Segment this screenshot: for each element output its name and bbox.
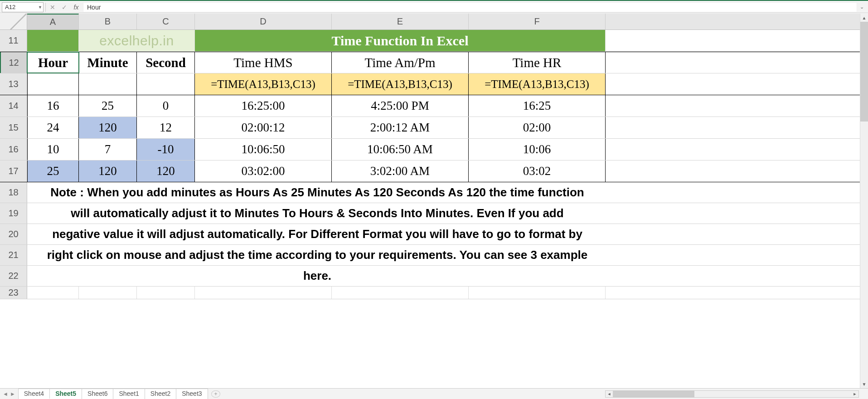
row-header-11[interactable]: 11	[0, 30, 27, 51]
add-sheet-button[interactable]: ＋	[211, 390, 220, 398]
chevron-down-icon[interactable]: ▼	[38, 5, 42, 10]
cell-D14[interactable]: 16:25:00	[195, 95, 332, 117]
row-header-21[interactable]: 21	[0, 245, 27, 265]
cell-spare[interactable]	[606, 182, 868, 203]
hscroll-thumb[interactable]	[613, 391, 694, 397]
col-header-F[interactable]: F	[469, 14, 606, 29]
cell-C17[interactable]: 120	[137, 161, 195, 182]
sheet-tab-sheet6[interactable]: Sheet6	[82, 389, 113, 399]
cell-E16[interactable]: 10:06:50 AM	[332, 139, 469, 160]
row-header-16[interactable]: 16	[0, 139, 27, 160]
cell-title[interactable]: Time Function In Excel	[195, 30, 606, 51]
scroll-left-icon[interactable]: ◄	[606, 391, 613, 397]
cell-D15[interactable]: 02:00:12	[195, 117, 332, 138]
cell-E23[interactable]	[332, 287, 469, 299]
row-header-15[interactable]: 15	[0, 117, 27, 138]
sheet-tab-sheet4[interactable]: Sheet4	[18, 389, 50, 399]
row-header-13[interactable]: 13	[0, 73, 27, 95]
hscroll-track[interactable]	[613, 391, 851, 397]
row-header-17[interactable]: 17	[0, 161, 27, 182]
cell-C12[interactable]: Second	[137, 52, 195, 73]
sheet-tab-sheet2[interactable]: Sheet2	[145, 389, 176, 399]
row-header-14[interactable]: 14	[0, 95, 27, 117]
expand-formula-bar-icon[interactable]: ⌄	[860, 4, 866, 10]
note-line-4[interactable]: here.	[27, 266, 606, 286]
cell-B23[interactable]	[79, 287, 137, 299]
cell-spare[interactable]	[606, 139, 868, 160]
name-box[interactable]: A12 ▼	[2, 2, 44, 12]
cell-A14[interactable]: 16	[27, 95, 79, 117]
cell-B12[interactable]: Minute	[79, 52, 137, 73]
vscroll-track[interactable]	[860, 22, 868, 380]
cell-D17[interactable]: 03:02:00	[195, 161, 332, 182]
cell-B15[interactable]: 120	[79, 117, 137, 138]
col-header-A[interactable]: A	[27, 14, 79, 29]
cell-E14[interactable]: 4:25:00 PM	[332, 95, 469, 117]
col-header-D[interactable]: D	[195, 14, 332, 29]
sheet-tab-sheet1[interactable]: Sheet1	[113, 389, 145, 399]
cell-A23[interactable]	[27, 287, 79, 299]
sheet-nav-next-icon[interactable]: ►	[10, 391, 15, 397]
cell-B13[interactable]	[79, 73, 137, 95]
cancel-formula-button[interactable]: ✕	[48, 2, 58, 12]
cell-spare[interactable]	[606, 117, 868, 138]
cell-F15[interactable]: 02:00	[469, 117, 606, 138]
cell-B16[interactable]: 7	[79, 139, 137, 160]
row-header-23[interactable]: 23	[0, 287, 27, 299]
cell-F16[interactable]: 10:06	[469, 139, 606, 160]
cell-A15[interactable]: 24	[27, 117, 79, 138]
note-line-2[interactable]: negative value it will adjust automatica…	[27, 224, 606, 244]
vertical-scrollbar[interactable]: ▲ ▼	[860, 14, 868, 388]
sheet-tab-sheet3[interactable]: Sheet3	[176, 389, 208, 399]
cell-C14[interactable]: 0	[137, 95, 195, 117]
cell-F13[interactable]: =TIME(A13,B13,C13)	[469, 73, 606, 95]
col-header-E[interactable]: E	[332, 14, 469, 29]
cell-spare[interactable]	[606, 161, 868, 182]
cell-D16[interactable]: 10:06:50	[195, 139, 332, 160]
scroll-up-icon[interactable]: ▲	[860, 14, 868, 22]
cell-A12[interactable]: Hour	[27, 52, 79, 73]
cell-E15[interactable]: 2:00:12 AM	[332, 117, 469, 138]
cell-F23[interactable]	[469, 287, 606, 299]
note-line-1[interactable]: will automatically adjust it to Minutes …	[27, 203, 606, 224]
scroll-right-icon[interactable]: ►	[851, 391, 858, 397]
cell-spare[interactable]	[606, 30, 868, 51]
row-header-22[interactable]: 22	[0, 266, 27, 286]
cell-C15[interactable]: 12	[137, 117, 195, 138]
enter-formula-button[interactable]: ✓	[59, 2, 69, 12]
sheet-tab-sheet5[interactable]: Sheet5	[49, 389, 82, 399]
row-header-18[interactable]: 18	[0, 182, 27, 203]
cell-spare[interactable]	[606, 52, 868, 73]
col-header-C[interactable]: C	[137, 14, 195, 29]
cell-A13[interactable]	[27, 73, 79, 95]
horizontal-scrollbar[interactable]: ◄ ►	[605, 390, 859, 398]
cell-spare[interactable]	[606, 245, 868, 265]
cell-B17[interactable]: 120	[79, 161, 137, 182]
note-line-0[interactable]: Note : When you add minutes as Hours As …	[27, 182, 606, 203]
cell-B14[interactable]: 25	[79, 95, 137, 117]
cell-F14[interactable]: 16:25	[469, 95, 606, 117]
cell-A16[interactable]: 10	[27, 139, 79, 160]
cell-F17[interactable]: 03:02	[469, 161, 606, 182]
cell-C13[interactable]	[137, 73, 195, 95]
sheet-nav-prev-icon[interactable]: ◄	[3, 391, 8, 397]
cell-spare[interactable]	[606, 266, 868, 286]
row-header-19[interactable]: 19	[0, 203, 27, 224]
select-all-corner[interactable]	[0, 14, 27, 29]
cell-E17[interactable]: 3:02:00 AM	[332, 161, 469, 182]
cell-E12[interactable]: Time Am/Pm	[332, 52, 469, 73]
fx-button[interactable]: fx	[71, 2, 81, 12]
cell-D13[interactable]: =TIME(A13,B13,C13)	[195, 73, 332, 95]
cell-spare[interactable]	[606, 73, 868, 95]
cell-C16[interactable]: -10	[137, 139, 195, 160]
cell-D12[interactable]: Time HMS	[195, 52, 332, 73]
row-header-12[interactable]: 12	[0, 52, 27, 73]
cell-C23[interactable]	[137, 287, 195, 299]
cell-A17[interactable]: 25	[27, 161, 79, 182]
vscroll-thumb[interactable]	[860, 22, 868, 122]
cell-D23[interactable]	[195, 287, 332, 299]
col-header-B[interactable]: B	[79, 14, 137, 29]
cell-spare[interactable]	[606, 203, 868, 224]
scroll-down-icon[interactable]: ▼	[860, 380, 868, 388]
cell-spare[interactable]	[606, 224, 868, 244]
